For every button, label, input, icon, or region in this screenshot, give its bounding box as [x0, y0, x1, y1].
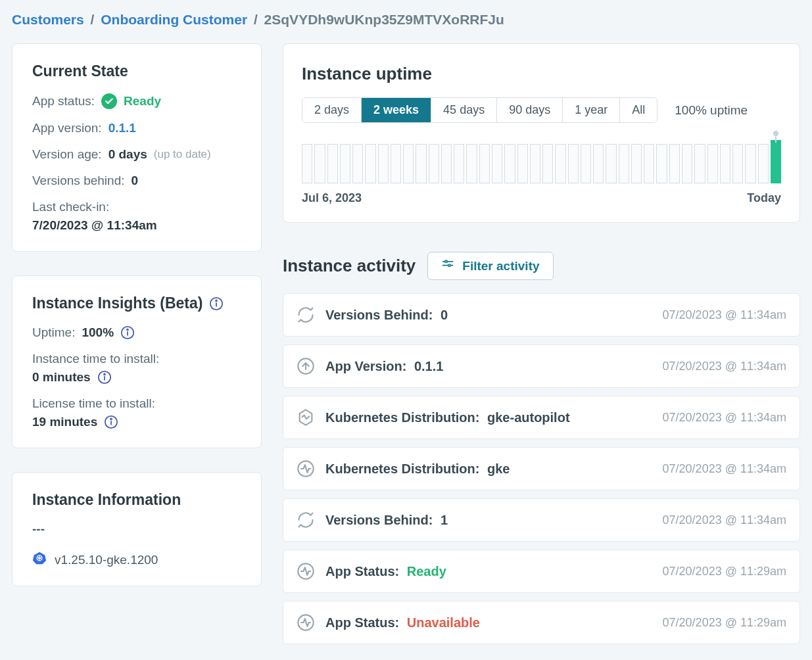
activity-item[interactable]: App Version: 0.1.107/20/2023 @ 11:34am — [283, 344, 800, 388]
instance-uptime-card: Instance uptime 2 days2 weeks45 days90 d… — [283, 43, 800, 223]
license-tti-label: License time to install: — [32, 396, 241, 411]
versions-behind-value: 0 — [131, 174, 139, 188]
uptime-bar — [365, 144, 375, 183]
activity-text: Kubernetes Distribution: gke-autopilot — [325, 410, 652, 425]
activity-text: App Status: Unavailable — [325, 615, 652, 630]
insights-title: Instance Insights (Beta) — [32, 295, 203, 312]
svg-point-8 — [104, 374, 105, 375]
uptime-bar — [466, 144, 477, 183]
uptime-bar — [530, 144, 540, 183]
uptime-bar — [555, 144, 565, 183]
uptime-range-2-days[interactable]: 2 days — [302, 98, 362, 122]
info-icon[interactable] — [209, 296, 224, 311]
activity-time: 07/20/2023 @ 11:29am — [663, 565, 786, 578]
activity-item[interactable]: App Status: Ready07/20/2023 @ 11:29am — [283, 550, 800, 593]
app-status-label: App status: — [32, 94, 95, 108]
check-circle-icon — [101, 93, 117, 109]
uptime-bar — [707, 144, 718, 183]
uptime-bar — [720, 144, 730, 183]
activity-label: Kubernetes Distribution: — [325, 461, 479, 476]
pulse-icon — [297, 613, 315, 632]
sync-icon — [297, 511, 315, 529]
instance-tti-value: 0 minutes — [32, 370, 91, 385]
activity-text: App Version: 0.1.1 — [325, 359, 652, 374]
uptime-bar — [682, 144, 692, 183]
uptime-range-90-days[interactable]: 90 days — [497, 98, 563, 122]
filter-icon — [441, 258, 454, 274]
activity-time: 07/20/2023 @ 11:34am — [663, 411, 786, 425]
sync-icon — [297, 306, 315, 324]
activity-item[interactable]: Versions Behind: 107/20/2023 @ 11:34am — [283, 498, 800, 542]
uptime-bar — [631, 144, 642, 183]
activity-text: Versions Behind: 1 — [325, 513, 652, 528]
uptime-bar — [542, 144, 553, 183]
uptime-range-all[interactable]: All — [620, 98, 657, 122]
svg-point-20 — [448, 264, 450, 266]
uptime-bar — [745, 144, 755, 183]
uptime-label: Uptime: — [32, 325, 75, 340]
app-version-value[interactable]: 0.1.1 — [108, 121, 136, 135]
breadcrumb-sep: / — [88, 12, 97, 27]
activity-item[interactable]: App Status: Unavailable07/20/2023 @ 11:2… — [283, 601, 800, 644]
uptime-range-1-year[interactable]: 1 year — [563, 98, 620, 122]
uptime-bar — [391, 144, 401, 183]
uptime-bar — [403, 144, 414, 183]
activity-item[interactable]: Versions Behind: 007/20/2023 @ 11:34am — [283, 293, 800, 337]
activity-item[interactable]: Kubernetes Distribution: gke07/20/2023 @… — [283, 447, 800, 490]
uptime-bar — [517, 144, 528, 183]
instance-information-card: Instance Information --- v1.25.10-gke.12… — [12, 472, 262, 586]
uptime-marker-icon — [773, 131, 778, 136]
uptime-bar — [581, 144, 591, 183]
uptime-bar — [694, 144, 705, 183]
breadcrumb-customers[interactable]: Customers — [12, 12, 84, 27]
breadcrumb-id: 2SqVYDh9wUKnp35Z9MTVXoRRFJu — [264, 12, 504, 27]
uptime-bar — [302, 144, 312, 183]
activity-time: 07/20/2023 @ 11:34am — [663, 360, 786, 373]
versions-behind-label: Versions behind: — [32, 174, 125, 188]
hex-icon — [297, 408, 315, 427]
uptime-bar — [454, 144, 464, 183]
version-age-value: 0 days — [108, 147, 147, 162]
activity-time: 07/20/2023 @ 11:34am — [663, 513, 786, 527]
activity-label: App Version: — [325, 359, 406, 373]
uptime-bar — [593, 144, 604, 183]
current-state-title: Current State — [32, 62, 241, 80]
uptime-bar — [352, 144, 363, 183]
uptime-bar — [732, 144, 743, 183]
uptime-range-2-weeks[interactable]: 2 weeks — [362, 98, 431, 122]
activity-text: Versions Behind: 0 — [325, 308, 652, 323]
version-age-hint: (up to date) — [154, 148, 211, 161]
uptime-bar — [416, 144, 426, 183]
breadcrumb: Customers / Onboarding Customer / 2SqVYD… — [12, 12, 800, 28]
uptime-bar — [441, 144, 452, 183]
app-version-label: App version: — [32, 121, 102, 135]
uptime-bar — [644, 144, 654, 183]
uptime-start-date: Jul 6, 2023 — [302, 191, 362, 205]
info-icon[interactable] — [104, 415, 118, 429]
filter-activity-label: Filter activity — [462, 259, 539, 273]
version-age-label: Version age: — [32, 147, 102, 162]
info-icon[interactable] — [120, 325, 135, 340]
uptime-bar — [340, 144, 350, 183]
uptime-value: 100% — [82, 325, 114, 340]
uptime-end-date: Today — [747, 191, 781, 205]
activity-label: Kubernetes Distribution: — [325, 410, 479, 425]
uptime-bar — [758, 144, 769, 183]
app-status-value: Ready — [124, 94, 161, 108]
activity-value: 0 — [437, 308, 448, 322]
activity-text: App Status: Ready — [325, 564, 652, 579]
svg-point-11 — [110, 419, 112, 420]
instance-uptime-title: Instance uptime — [302, 64, 781, 84]
info-icon[interactable] — [97, 370, 112, 385]
breadcrumb-onboarding[interactable]: Onboarding Customer — [101, 12, 247, 27]
uptime-range-45-days[interactable]: 45 days — [431, 98, 497, 122]
activity-value: gke-autopilot — [483, 410, 569, 425]
activity-item[interactable]: Kubernetes Distribution: gke-autopilot07… — [283, 396, 800, 439]
svg-point-18 — [445, 260, 447, 262]
breadcrumb-sep: / — [251, 12, 260, 27]
filter-activity-button[interactable]: Filter activity — [427, 252, 553, 280]
pulse-icon — [297, 562, 315, 580]
svg-point-5 — [127, 329, 128, 331]
svg-point-2 — [216, 300, 218, 301]
activity-value: Unavailable — [403, 615, 480, 630]
